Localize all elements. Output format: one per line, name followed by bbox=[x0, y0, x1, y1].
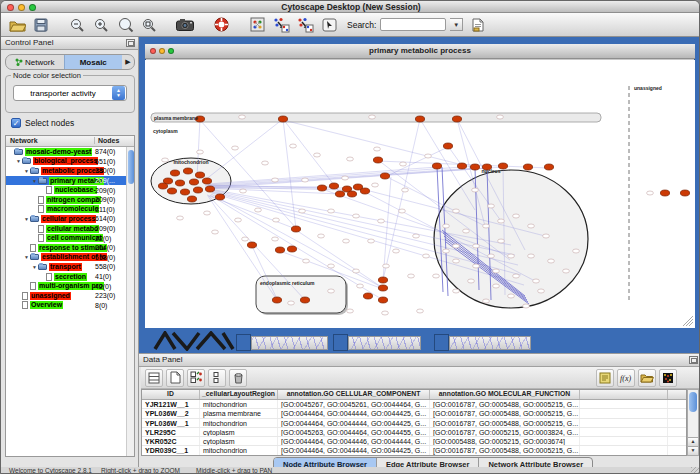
tree-row[interactable]: macromolecule311(0) bbox=[6, 205, 134, 215]
attribute-list-icon[interactable] bbox=[208, 369, 226, 387]
table-cell[interactable]: mitochondrion bbox=[200, 419, 278, 427]
attribute-notes-icon[interactable] bbox=[596, 369, 614, 387]
table-cell[interactable] bbox=[580, 400, 668, 408]
network-node[interactable] bbox=[544, 164, 553, 170]
network-node[interactable] bbox=[493, 284, 500, 288]
network-node[interactable] bbox=[329, 183, 338, 189]
network-canvas[interactable]: plasma membranecytoplasmmitochondrionnuc… bbox=[145, 60, 695, 328]
network-node[interactable] bbox=[573, 249, 580, 253]
select-nodes-checkbox[interactable]: ✓ bbox=[11, 118, 21, 128]
tree-row[interactable]: ▼establishment of lo558(0) bbox=[6, 253, 134, 263]
network-node[interactable] bbox=[353, 214, 360, 218]
tree-row-label[interactable]: unassigned bbox=[30, 292, 71, 300]
tree-row-label[interactable]: biological_process bbox=[33, 157, 98, 165]
table-cell[interactable]: [GO:0016787, GO:0005488, GO:0005215, G..… bbox=[430, 409, 580, 417]
tree-row[interactable]: mosaic-demo-yeast874(0) bbox=[6, 147, 134, 157]
float-panel-icon[interactable] bbox=[126, 39, 135, 47]
window-resize-grip[interactable] bbox=[691, 467, 700, 474]
network-node[interactable] bbox=[177, 216, 184, 220]
attribute-batch-icon[interactable] bbox=[187, 369, 205, 387]
tree-row-label[interactable]: transport bbox=[49, 263, 82, 271]
network-node[interactable] bbox=[382, 311, 389, 315]
network-node[interactable] bbox=[417, 309, 424, 313]
table-cell[interactable] bbox=[580, 428, 668, 436]
tree-row[interactable]: secretion41(0) bbox=[6, 272, 134, 282]
table-column-header[interactable]: annotation.GO MOLECULAR_FUNCTION bbox=[430, 390, 580, 399]
zoom-fit-icon[interactable] bbox=[115, 15, 135, 34]
table-cell[interactable]: YDR039C__1 bbox=[142, 446, 200, 454]
network-node[interactable] bbox=[408, 274, 415, 278]
network-edge[interactable] bbox=[205, 119, 283, 180]
network-node[interactable] bbox=[202, 178, 211, 184]
network-node[interactable] bbox=[360, 188, 369, 194]
tree-row[interactable]: ▼primary metabo209(... bbox=[6, 176, 134, 186]
table-column-header[interactable]: _cellularLayoutRegion bbox=[200, 390, 278, 399]
network-node[interactable] bbox=[205, 186, 214, 192]
tree-expand-icon[interactable]: ▼ bbox=[15, 158, 22, 164]
network-node[interactable] bbox=[357, 284, 364, 288]
network-node[interactable] bbox=[183, 168, 192, 174]
network-node[interactable] bbox=[303, 259, 310, 263]
help-icon[interactable] bbox=[211, 15, 231, 34]
background-frame-fragment[interactable] bbox=[434, 334, 531, 351]
network-node[interactable] bbox=[335, 191, 344, 197]
attribute-formula-icon[interactable]: f(x) bbox=[617, 369, 635, 387]
tree-row[interactable]: nitrogen compo209(0) bbox=[6, 195, 134, 205]
table-cell[interactable]: cytoplasm bbox=[200, 437, 278, 445]
network-node[interactable] bbox=[463, 229, 470, 233]
tree-row[interactable]: unassigned223(0) bbox=[6, 291, 134, 301]
window-titlebar[interactable]: Cytoscape Desktop (New Session) bbox=[1, 1, 700, 13]
tree-expand-icon[interactable]: ▼ bbox=[23, 254, 30, 260]
tree-expand-icon[interactable]: ▼ bbox=[23, 216, 30, 222]
tree-row-label[interactable]: secretion bbox=[54, 273, 87, 281]
network-node[interactable] bbox=[347, 157, 354, 161]
scroll-up-icon[interactable]: ▲ bbox=[688, 437, 698, 446]
network-node[interactable] bbox=[538, 289, 545, 293]
network-node[interactable] bbox=[523, 304, 530, 308]
network-node[interactable] bbox=[255, 208, 262, 212]
network-node[interactable] bbox=[493, 269, 500, 273]
zoom-in-icon[interactable] bbox=[91, 15, 111, 34]
network-node[interactable] bbox=[660, 190, 669, 196]
network-node[interactable] bbox=[443, 143, 452, 149]
tree-row-label[interactable]: cellular process bbox=[41, 215, 96, 223]
tree-expand-icon[interactable]: ▼ bbox=[31, 178, 38, 184]
network-node[interactable] bbox=[498, 219, 505, 223]
network-node[interactable] bbox=[508, 254, 515, 258]
network-frame[interactable]: primary metabolic process plasma membran… bbox=[142, 41, 698, 331]
network-node[interactable] bbox=[232, 146, 239, 150]
network-node[interactable] bbox=[187, 196, 196, 202]
network-node[interactable] bbox=[239, 115, 246, 119]
tab-overflow-arrow[interactable]: ▶ bbox=[122, 58, 134, 66]
network-node[interactable] bbox=[212, 230, 219, 234]
table-row[interactable]: YPL036W__1mitochondrion[GO:0044464, GO:0… bbox=[142, 419, 686, 428]
network-node[interactable] bbox=[347, 191, 356, 197]
table-cell[interactable] bbox=[580, 419, 668, 427]
apply-layout-a-icon[interactable] bbox=[271, 15, 291, 34]
tree-row[interactable]: cellular metabo209(0) bbox=[6, 224, 134, 234]
network-node[interactable] bbox=[470, 164, 479, 170]
tree-expand-icon[interactable]: ▼ bbox=[23, 168, 30, 174]
tree-row[interactable]: Overview8(0) bbox=[6, 301, 134, 311]
network-node[interactable] bbox=[508, 294, 515, 298]
network-node[interactable] bbox=[513, 274, 520, 278]
new-attribute-icon[interactable] bbox=[166, 369, 184, 387]
table-column-header[interactable]: ID bbox=[142, 390, 200, 399]
table-cell[interactable]: [GO:0044464, GO:0044446, GO:0044444, G..… bbox=[278, 437, 430, 445]
table-cell[interactable]: YLR295C bbox=[142, 428, 200, 436]
network-node[interactable] bbox=[247, 242, 256, 248]
network-node[interactable] bbox=[457, 163, 466, 169]
table-row[interactable]: YPL036W__2plasma membrane[GO:0044464, GO… bbox=[142, 409, 686, 418]
network-node[interactable] bbox=[317, 185, 326, 191]
network-node[interactable] bbox=[374, 147, 381, 151]
network-node[interactable] bbox=[548, 259, 555, 263]
network-node[interactable] bbox=[343, 239, 350, 243]
network-node[interactable] bbox=[272, 178, 279, 182]
network-node[interactable] bbox=[314, 153, 321, 157]
network-node[interactable] bbox=[468, 279, 475, 283]
open-network-panel-icon[interactable] bbox=[247, 15, 267, 34]
network-node[interactable] bbox=[473, 244, 480, 248]
import-attributes-icon[interactable] bbox=[638, 369, 656, 387]
network-node[interactable] bbox=[453, 259, 460, 263]
network-node[interactable] bbox=[443, 249, 450, 253]
